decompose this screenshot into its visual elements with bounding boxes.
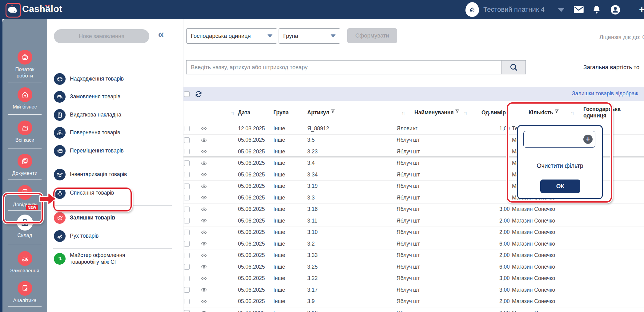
clear-filter-button[interactable]: Очистити фільтр [518,162,602,169]
new-order-button[interactable]: Нове замовлення [54,29,149,43]
select-all-checkbox[interactable] [184,91,190,97]
sort-icon[interactable]: ↑↓ [464,110,467,115]
menu-item-3[interactable]: Видаткова накладна [54,109,177,121]
table-row[interactable]: 05.06.2025Інше3.11Яблучно-гранатови...шт… [183,215,644,227]
sidebar-item-6[interactable]: Склад [2,215,47,239]
row-checkbox[interactable] [184,207,190,212]
table-row[interactable]: 05.06.2025Інше3.25Яблучно-виноградн...шт… [183,261,644,273]
row-checkbox[interactable] [184,195,190,200]
table-row[interactable]: 05.06.2025Інше3.10Яблучно-виноградн...шт… [183,227,644,239]
row-checkbox[interactable] [184,149,190,154]
row-checkbox[interactable] [184,172,190,177]
group-select[interactable]: Група [279,28,340,44]
table-row[interactable]: 05.06.2025Інше3.16Яблучний сік 0,2л Н...… [183,307,644,312]
filter-funnel-icon[interactable] [331,109,335,113]
column-header-group[interactable]: Група [271,109,305,116]
row-checkbox[interactable] [184,160,190,166]
sidebar-item-7[interactable]: Замовлення [2,251,47,274]
view-icon[interactable] [195,194,212,201]
view-icon[interactable] [195,148,212,155]
generate-button[interactable]: Сформувати [347,28,397,43]
add-icon[interactable]: + [639,4,644,15]
view-icon[interactable] [195,275,212,282]
sort-icon[interactable]: ↑↓ [402,110,405,115]
search-input[interactable] [186,60,502,74]
view-icon[interactable] [195,171,212,178]
cell-unit: шт [412,298,480,305]
menu-item-4[interactable]: Повернення товарів [54,127,177,139]
refresh-icon[interactable] [195,90,203,98]
collapse-panel-icon[interactable]: « [158,29,164,40]
table-row[interactable]: 05.06.2025Інше3.33Яблучно-виноградн...шт… [183,250,644,262]
row-checkbox[interactable] [184,230,190,235]
column-header-qty[interactable]: Кількість [529,109,553,116]
view-icon[interactable] [195,137,212,144]
menu-item-5[interactable]: Переміщення товарів [54,145,177,157]
menu-item-7[interactable]: Списання товарів [54,187,177,199]
view-icon[interactable] [195,310,212,312]
row-checkbox[interactable] [184,253,190,258]
view-icon[interactable] [195,125,212,132]
table-row[interactable]: 05.06.2025Інше3.9Яблучно-ананасови...шт2… [183,296,644,308]
view-icon[interactable] [195,160,212,167]
chevron-down-icon[interactable] [558,8,565,12]
business-unit-select[interactable]: Господарська одиниця [186,28,277,44]
row-checkbox[interactable] [184,184,190,189]
sidebar-item-4[interactable]: Документи [2,154,47,176]
sort-icon[interactable]: ↑↓ [571,110,574,115]
menu-item-1[interactable]: Надходження товарів [54,73,177,85]
sidebar-divider [8,277,42,277]
filter-funnel-icon[interactable] [555,109,559,113]
column-header-date[interactable]: Дата [235,109,271,116]
user-icon[interactable] [610,4,619,13]
sort-icon[interactable]: ↑↓ [231,110,234,115]
view-icon[interactable] [195,183,212,190]
bell-icon[interactable] [592,5,602,14]
filter-funnel-icon[interactable] [455,109,459,113]
view-icon[interactable] [195,263,212,270]
cell-article: 3.17 [305,287,394,293]
add-filter-condition-icon[interactable]: + [583,135,593,144]
table-row[interactable]: 05.06.2025Інше3.22Яблучно-виноградн...шт… [183,273,644,285]
menu-item-10[interactable]: Майстер оформлення товарообігу між СГ [54,252,177,266]
column-header-org[interactable]: Господарська одиниця [583,106,622,119]
row-checkbox[interactable] [184,276,190,281]
account-name[interactable]: Тестовий платник 4 [483,6,545,14]
row-checkbox[interactable] [184,241,190,247]
view-icon[interactable] [195,229,212,236]
table-row[interactable]: 05.06.2025Інше3.18Яблучно-грушовий ...шт… [183,204,644,215]
row-checkbox[interactable] [184,287,190,293]
view-icon[interactable] [195,286,212,293]
column-header-unit[interactable]: Од.виміру [480,109,509,116]
filter-value-input[interactable]: + [523,131,595,148]
sidebar-item-3[interactable]: Всі каси [2,120,47,143]
sidebar-item-1[interactable]: Початок роботи [2,50,47,79]
sidebar-item-2[interactable]: Мій бізнес [2,87,47,110]
view-icon[interactable] [195,217,212,224]
row-checkbox[interactable] [184,299,190,304]
remains-display-link[interactable]: Залишки товарів відображ [572,90,638,97]
row-checkbox[interactable] [184,264,190,270]
menu-item-8[interactable]: Залишки товарів [54,212,177,224]
row-checkbox[interactable] [184,137,190,143]
home-icon[interactable] [465,2,479,17]
table-row[interactable]: 05.06.2025Інше3.2Яблучно-виноградн...шт6… [183,238,644,250]
ok-button[interactable]: ОК [540,180,580,193]
menu-item-6[interactable]: Інвентаризація товарів [54,169,177,180]
row-checkbox[interactable] [184,218,190,223]
mail-icon[interactable] [573,5,583,14]
view-icon[interactable] [195,298,212,305]
sidebar-item-8[interactable]: Аналітика [2,281,47,304]
view-icon[interactable] [195,206,212,213]
view-icon[interactable] [195,252,212,259]
menu-item-9[interactable]: Рух товарів [54,230,177,242]
row-checkbox[interactable] [184,310,190,312]
table-row[interactable]: 05.06.2025Інше3.17Яблучно-виноградн...шт… [183,284,644,296]
view-icon[interactable] [195,240,212,247]
column-header-name[interactable]: Найменування [414,109,454,116]
column-header-article[interactable]: Артикул [307,109,329,116]
menu-item-label: Замовлення товарів [70,93,120,100]
search-button[interactable] [502,60,526,74]
menu-item-2[interactable]: Замовлення товарів [54,91,177,103]
row-checkbox[interactable] [184,126,190,131]
